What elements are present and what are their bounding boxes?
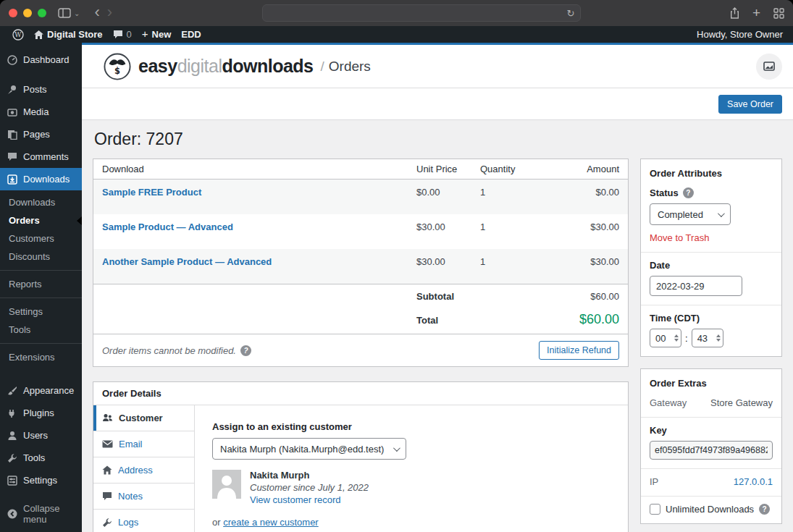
gateway-row: Gateway Store Gateway [641,392,781,417]
unlimited-downloads-checkbox[interactable] [650,504,660,515]
submenu-item-tools[interactable]: Tools [0,321,82,339]
downloads-submenu: Downloads Orders Customers Discounts Rep… [0,190,82,372]
tab-logs[interactable]: Logs [93,510,194,532]
sidebar-item-users[interactable]: Users [0,424,82,447]
howdy-account-menu[interactable]: Howdy, Store Owner [692,26,786,43]
subtotal-label: Subtotal [408,284,542,308]
edd-label: EDD [181,29,201,40]
tab-address[interactable]: Address [93,457,194,484]
back-icon[interactable]: ‹ [94,3,99,22]
sidebar-item-downloads[interactable]: Downloads [0,168,82,190]
key-section: Key [641,417,781,468]
submenu-item-orders[interactable]: Orders [0,211,82,229]
sidebar-item-tools[interactable]: Tools [0,447,82,469]
product-link[interactable]: Sample FREE Product [102,187,201,198]
forward-icon[interactable]: › [107,3,112,22]
unlimited-downloads-label: Unlimited Downloads [666,504,754,515]
customer-select[interactable]: Nakita Murph (Nakita.Murph@edd.test) [212,438,406,460]
submenu-item-settings[interactable]: Settings [0,303,82,321]
main-content: $ easydigitaldownloads / Orders Save Ord… [82,43,793,532]
move-to-trash-link[interactable]: Move to Trash [650,232,709,243]
site-menu[interactable]: Digital Store [29,26,108,43]
edd-logo: $ [104,53,131,80]
wp-admin-bar: W Digital Store 0 + New EDD Howdy, Store… [0,26,793,43]
camera-icon [7,107,17,117]
comment-icon [7,152,17,161]
customer-since: Customer since July 1, 2022 [250,482,369,493]
help-icon[interactable]: ? [240,345,251,356]
submenu-item-extensions[interactable]: Extensions [0,348,82,366]
new-tab-icon[interactable]: + [752,5,760,21]
subtotal-value: $60.00 [542,284,628,308]
minute-stepper[interactable]: 43 [692,329,723,347]
sidebar-item-settings[interactable]: Settings [0,469,82,491]
hour-stepper[interactable]: 00 [650,329,681,347]
tab-customer[interactable]: Customer [93,405,194,431]
gateway-value: Store Gateway [710,397,773,408]
tab-email[interactable]: Email [93,431,194,457]
new-label: New [152,29,172,40]
order-extras-card: Order Extras Gateway Store Gateway Key I… [640,368,782,524]
sidebar-item-comments[interactable]: Comments [0,145,82,168]
edd-header: $ easydigitaldownloads / Orders [82,45,793,88]
ip-address-link[interactable]: 127.0.0.1 [734,476,773,487]
ip-label: IP [650,476,658,487]
time-section: Time (CDT) 00 : 43 [641,305,781,356]
pushpin-icon [7,85,17,95]
stepper-arrows-icon[interactable] [716,334,721,342]
sidebar-toggle-icon[interactable] [58,8,71,18]
wrench-icon [102,518,112,528]
submenu-item-customers[interactable]: Customers [0,229,82,248]
help-icon[interactable]: ? [759,504,770,515]
email-icon [102,440,113,448]
key-label: Key [650,425,667,436]
initialize-refund-button[interactable]: Initialize Refund [539,341,619,360]
submenu-item-downloads[interactable]: Downloads [0,193,82,211]
date-label: Date [650,260,670,271]
sidebar-item-dashboard[interactable]: Dashboard [0,48,82,71]
date-input[interactable] [650,276,742,296]
zoom-window-button[interactable] [38,9,46,17]
reload-icon[interactable]: ↻ [567,8,575,19]
sidebar-item-media[interactable]: Media [0,101,82,123]
close-window-button[interactable] [9,9,17,17]
minimize-window-button[interactable] [23,9,32,17]
share-icon[interactable] [730,7,739,19]
submenu-item-reports[interactable]: Reports [0,275,82,293]
fullscreen-toggle-button[interactable] [756,54,782,80]
sidebar-item-appearance[interactable]: Appearance [0,379,82,402]
sidebar-item-plugins[interactable]: Plugins [0,402,82,424]
order-item-row: Another Sample Product — Advanced $30.00… [93,249,628,284]
view-customer-record-link[interactable]: View customer record [250,494,340,505]
tab-notes[interactable]: Notes [93,484,194,510]
new-content-menu[interactable]: + New [137,26,177,43]
column-download: Download [93,159,408,179]
edd-admin-menu[interactable]: EDD [176,26,206,43]
howdy-text: Howdy, Store Owner [697,29,783,40]
status-select[interactable]: Completed [650,203,731,225]
ip-row: IP 127.0.0.1 [641,468,781,496]
quantity: 1 [471,214,542,249]
payment-key-input[interactable] [650,441,773,460]
divider [0,343,82,344]
sidebar-item-pages[interactable]: Pages [0,123,82,145]
sidebar-chevron-icon[interactable]: ⌄ [74,9,80,17]
comments-menu[interactable]: 0 [108,26,137,43]
unit-price: $30.00 [408,249,471,284]
save-order-button[interactable]: Save Order [718,95,782,114]
unit-price: $30.00 [408,214,471,249]
order-details-title: Order Details [93,382,628,405]
customer-icon [102,413,113,423]
total-value: $60.00 [542,308,628,334]
sidebar-item-posts[interactable]: Posts [0,78,82,101]
stepper-arrows-icon[interactable] [674,334,679,342]
product-link[interactable]: Another Sample Product — Advanced [102,256,272,267]
help-icon[interactable]: ? [683,187,694,198]
product-link[interactable]: Sample Product — Advanced [102,221,233,232]
tab-overview-icon[interactable] [773,8,784,19]
create-new-customer-link[interactable]: create a new customer [223,517,319,528]
address-bar[interactable]: ↻ [262,4,581,22]
collapse-menu-button[interactable]: Collapse menu [0,497,82,531]
submenu-item-discounts[interactable]: Discounts [0,248,82,266]
wordpress-logo-icon[interactable]: W [7,26,29,43]
